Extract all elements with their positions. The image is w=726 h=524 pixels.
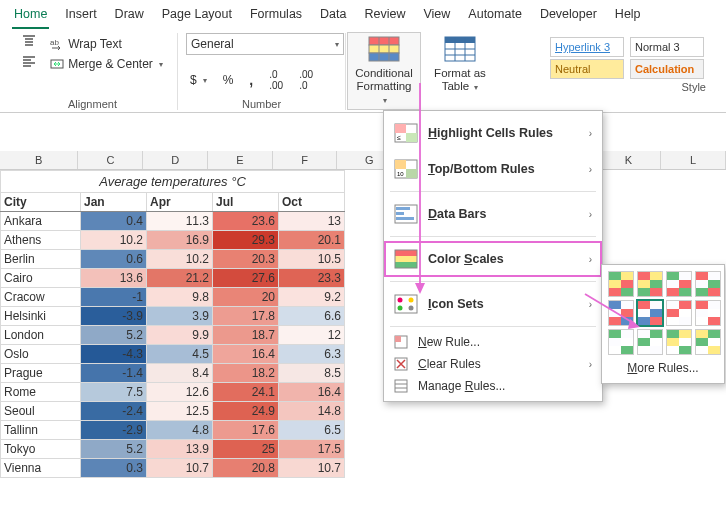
data-cell[interactable]: 0.6	[81, 250, 147, 269]
number-format-combo[interactable]: General ▾	[186, 33, 344, 55]
data-cell[interactable]: 9.8	[147, 288, 213, 307]
data-cell[interactable]: 12.6	[147, 383, 213, 402]
data-cell[interactable]: -4.3	[81, 345, 147, 364]
data-cell[interactable]: 0.4	[81, 212, 147, 231]
decrease-decimal-button[interactable]: .00.0	[295, 67, 317, 93]
city-cell[interactable]: Berlin	[1, 250, 81, 269]
table-header[interactable]: Jan	[81, 193, 147, 212]
column-header-E[interactable]: E	[208, 151, 273, 169]
city-cell[interactable]: Vienna	[1, 459, 81, 478]
color-scale-option-0[interactable]	[608, 271, 634, 297]
color-scale-option-8[interactable]	[608, 329, 634, 355]
data-cell[interactable]: 17.8	[213, 307, 279, 326]
city-cell[interactable]: Helsinki	[1, 307, 81, 326]
data-cell[interactable]: 6.5	[279, 421, 345, 440]
tab-home[interactable]: Home	[12, 3, 49, 29]
data-cell[interactable]: 4.8	[147, 421, 213, 440]
wrap-text-button[interactable]: ab Wrap Text	[46, 35, 167, 53]
data-cell[interactable]: 20.8	[213, 459, 279, 478]
data-cell[interactable]: 7.5	[81, 383, 147, 402]
data-cell[interactable]: 9.2	[279, 288, 345, 307]
comma-button[interactable]: ,	[245, 67, 257, 93]
column-header-L[interactable]: L	[661, 151, 726, 169]
data-cell[interactable]: 18.2	[213, 364, 279, 383]
data-cell[interactable]: 18.7	[213, 326, 279, 345]
merge-center-button[interactable]: Merge & Center ▾	[46, 55, 167, 73]
data-cell[interactable]: 23.6	[213, 212, 279, 231]
color-scale-option-2[interactable]	[666, 271, 692, 297]
color-scale-option-7[interactable]	[695, 300, 721, 326]
data-cell[interactable]: 25	[213, 440, 279, 459]
data-cell[interactable]: 10.7	[279, 459, 345, 478]
data-cell[interactable]: 29.3	[213, 231, 279, 250]
align-left-button[interactable]	[18, 53, 40, 71]
data-cell[interactable]: -1.4	[81, 364, 147, 383]
city-cell[interactable]: London	[1, 326, 81, 345]
color-scale-option-10[interactable]	[666, 329, 692, 355]
column-header-K[interactable]: K	[596, 151, 661, 169]
column-header-C[interactable]: C	[78, 151, 143, 169]
table-header[interactable]: Apr	[147, 193, 213, 212]
data-cell[interactable]: 20.3	[213, 250, 279, 269]
cf-color-scales[interactable]: Color Scales ›	[384, 241, 602, 277]
column-header-F[interactable]: F	[273, 151, 338, 169]
city-cell[interactable]: Oslo	[1, 345, 81, 364]
data-cell[interactable]: 20	[213, 288, 279, 307]
cf-clear-rules[interactable]: Clear Rules ›	[384, 353, 602, 375]
data-cell[interactable]: 13	[279, 212, 345, 231]
tab-page-layout[interactable]: Page Layout	[160, 3, 234, 29]
city-cell[interactable]: Rome	[1, 383, 81, 402]
data-cell[interactable]: -2.4	[81, 402, 147, 421]
city-cell[interactable]: Tallinn	[1, 421, 81, 440]
data-cell[interactable]: 12	[279, 326, 345, 345]
data-cell[interactable]: -2.9	[81, 421, 147, 440]
data-cell[interactable]: -3.9	[81, 307, 147, 326]
data-cell[interactable]: 4.5	[147, 345, 213, 364]
data-cell[interactable]: 20.1	[279, 231, 345, 250]
data-cell[interactable]: 8.4	[147, 364, 213, 383]
data-cell[interactable]: 8.5	[279, 364, 345, 383]
color-scale-option-4[interactable]	[608, 300, 634, 326]
table-header[interactable]: City	[1, 193, 81, 212]
tab-automate[interactable]: Automate	[466, 3, 524, 29]
data-cell[interactable]: 17.5	[279, 440, 345, 459]
city-cell[interactable]: Cracow	[1, 288, 81, 307]
tab-data[interactable]: Data	[318, 3, 348, 29]
color-scale-option-3[interactable]	[695, 271, 721, 297]
tab-review[interactable]: Review	[362, 3, 407, 29]
cf-top-bottom-rules[interactable]: 10 Top/Bottom Rules ›	[384, 151, 602, 187]
color-scales-more-rules[interactable]: More Rules...	[608, 355, 718, 377]
style-neutral[interactable]: Neutral	[550, 59, 624, 79]
data-cell[interactable]: 23.3	[279, 269, 345, 288]
data-cell[interactable]: 10.2	[81, 231, 147, 250]
data-cell[interactable]: 10.7	[147, 459, 213, 478]
cf-new-rule[interactable]: New Rule...	[384, 331, 602, 353]
tab-help[interactable]: Help	[613, 3, 643, 29]
data-cell[interactable]: 24.9	[213, 402, 279, 421]
data-cell[interactable]: 11.3	[147, 212, 213, 231]
data-cell[interactable]: 9.9	[147, 326, 213, 345]
style-hyperlink-3[interactable]: Hyperlink 3	[550, 37, 624, 57]
color-scale-option-1[interactable]	[637, 271, 663, 297]
cf-icon-sets[interactable]: Icon Sets ›	[384, 286, 602, 322]
column-header-B[interactable]: B	[0, 151, 78, 169]
data-cell[interactable]: 21.2	[147, 269, 213, 288]
city-cell[interactable]: Tokyo	[1, 440, 81, 459]
color-scale-option-9[interactable]	[637, 329, 663, 355]
format-as-table-button[interactable]: Format asTable ▾	[424, 33, 496, 96]
data-cell[interactable]: 14.8	[279, 402, 345, 421]
color-scale-option-11[interactable]	[695, 329, 721, 355]
data-cell[interactable]: 10.2	[147, 250, 213, 269]
data-cell[interactable]: 16.9	[147, 231, 213, 250]
cf-highlight-cells-rules[interactable]: ≤ Highlight Cells Rules ›	[384, 115, 602, 151]
data-cell[interactable]: 5.2	[81, 326, 147, 345]
align-top-button[interactable]	[18, 33, 40, 51]
data-cell[interactable]: -1	[81, 288, 147, 307]
tab-insert[interactable]: Insert	[63, 3, 98, 29]
column-header-D[interactable]: D	[143, 151, 208, 169]
data-cell[interactable]: 0.3	[81, 459, 147, 478]
data-cell[interactable]: 27.6	[213, 269, 279, 288]
data-cell[interactable]: 5.2	[81, 440, 147, 459]
style-calculation[interactable]: Calculation	[630, 59, 704, 79]
data-cell[interactable]: 6.6	[279, 307, 345, 326]
